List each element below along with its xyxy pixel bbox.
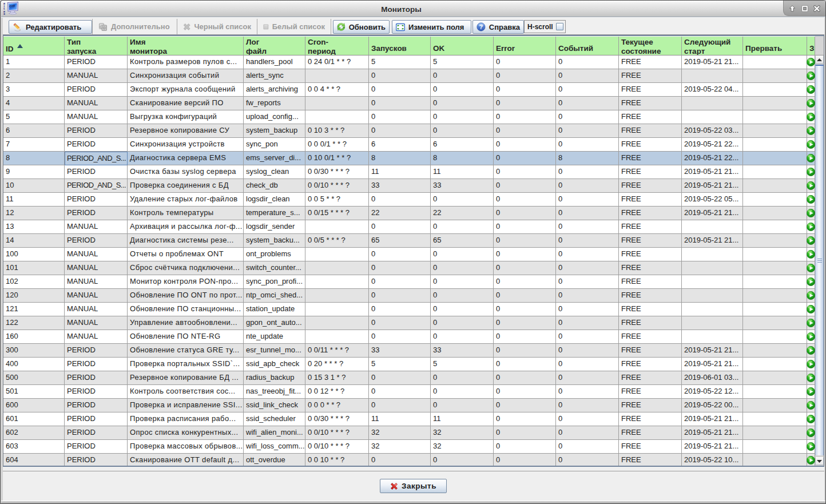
svg-text:?: ? [479, 24, 483, 30]
